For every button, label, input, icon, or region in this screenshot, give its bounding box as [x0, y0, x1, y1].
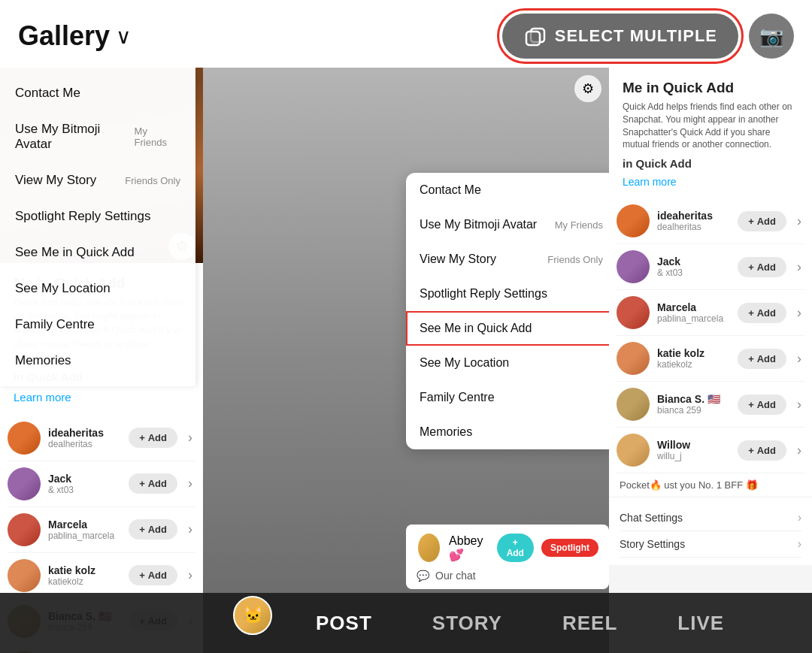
user-name: Jack [657, 255, 730, 268]
abbey-row: Abbey 💕 + Add Spotlight [417, 532, 598, 564]
sidebar-item-spotlight[interactable]: Spotlight Reply Settings [0, 198, 195, 234]
user-handle: & xt03 [48, 485, 121, 495]
avatar [617, 388, 650, 421]
chat-settings-row[interactable]: Chat Settings › [620, 505, 801, 531]
dropdown-item-see-me[interactable]: See Me in Quick Add [406, 311, 609, 346]
select-multiple-label: SELECT MULTIPLE [555, 26, 717, 46]
more-icon[interactable]: › [185, 567, 195, 583]
user-list-right: ideaheritas dealheritas + Add › Jack & x… [609, 198, 812, 473]
user-info: katie kolz katiekolz [48, 564, 121, 587]
more-icon[interactable]: › [794, 213, 804, 229]
user-name: katie kolz [48, 564, 121, 576]
learn-more-button-left[interactable]: Learn more [14, 386, 71, 408]
add-icon: + [139, 432, 145, 443]
add-button[interactable]: + Add [738, 211, 786, 231]
dropdown-item-spotlight[interactable]: Spotlight Reply Settings [406, 277, 609, 311]
dropdown-item-label: Use My Bitmoji Avatar [420, 218, 537, 231]
abbey-label: Abbey 💕 [449, 534, 483, 561]
user-name: Marcela [657, 301, 730, 313]
user-handle: katiekolz [48, 576, 121, 587]
user-name: katie kolz [657, 347, 730, 359]
user-info: ideaheritas dealheritas [657, 210, 730, 232]
learn-more-button-right[interactable]: Learn more [623, 173, 677, 191]
our-chat-label: Our chat [435, 570, 476, 582]
select-multiple-button[interactable]: SELECT MULTIPLE [502, 14, 738, 59]
add-icon: + [748, 353, 754, 364]
add-button[interactable]: + Add [738, 440, 786, 461]
user-name: ideaheritas [657, 210, 730, 222]
user-name: ideaheritas [48, 427, 121, 439]
add-button[interactable]: + Add [129, 519, 177, 540]
abbey-info: Abbey 💕 [449, 534, 489, 562]
dropdown-item-story[interactable]: View My Story Friends Only [406, 242, 609, 277]
add-button[interactable]: + Add [738, 395, 786, 415]
tab-live[interactable]: LIVE [647, 612, 754, 635]
add-button[interactable]: + Add [738, 303, 786, 323]
sidebar-item-memories[interactable]: Memories [0, 343, 195, 379]
user-handle: bianca 259 [657, 405, 730, 416]
add-button[interactable]: + Add [129, 565, 177, 585]
avatar [8, 422, 41, 455]
more-icon[interactable]: › [794, 351, 804, 367]
add-icon: + [748, 262, 754, 273]
more-icon[interactable]: › [185, 521, 195, 537]
dropdown-item-contact[interactable]: Contact Me [406, 173, 609, 207]
sidebar-item-label: See Me in Quick Add [15, 245, 135, 260]
dropdown-item-family[interactable]: Family Centre [406, 380, 609, 415]
add-button[interactable]: + Add [129, 473, 177, 494]
sidebar-item-family[interactable]: Family Centre [0, 307, 195, 343]
abbey-avatar [417, 532, 441, 564]
notification-row: Pocket🔥 ust you No. 1 BFF 🎁 [609, 473, 812, 497]
sidebar-item-bitmoji[interactable]: Use My Bitmoji Avatar My Friends [0, 111, 195, 162]
user-name: Jack [48, 473, 121, 485]
story-settings-row[interactable]: Story Settings › [620, 531, 801, 558]
dropdown-item-label: Contact Me [420, 183, 481, 197]
abbey-bottom-avatar[interactable]: 🐱 [233, 596, 272, 635]
more-icon[interactable]: › [794, 397, 804, 413]
notification-text: Pocket🔥 ust you No. 1 BFF 🎁 [620, 479, 758, 491]
more-icon[interactable]: › [794, 259, 804, 275]
chat-settings-label: Chat Settings [620, 512, 683, 524]
dropdown-item-label: Memories [420, 425, 472, 439]
more-icon[interactable]: › [185, 476, 195, 491]
sidebar-item-contact[interactable]: Contact Me [0, 75, 195, 111]
table-row: katie kolz katiekolz + Add › [8, 553, 195, 599]
quick-add-title-right: Me in Quick Add [623, 80, 798, 96]
camera-button[interactable]: 📷 [749, 14, 794, 59]
sidebar-item-location[interactable]: See My Location [0, 271, 195, 307]
our-chat-row[interactable]: 💬 Our chat [417, 570, 598, 582]
spotlight-button[interactable]: Spotlight [541, 539, 598, 557]
tab-story[interactable]: STORY [402, 612, 532, 635]
tab-story-label: STORY [432, 612, 502, 634]
dropdown-item-location[interactable]: See My Location [406, 346, 609, 380]
sidebar-item-see-me[interactable]: See Me in Quick Add [0, 234, 195, 271]
tab-post[interactable]: POST [286, 612, 402, 635]
chevron-down-icon[interactable]: ∨ [116, 24, 132, 49]
dropdown-item-bitmoji[interactable]: Use My Bitmoji Avatar My Friends [406, 207, 609, 242]
add-abbey-button[interactable]: + Add [497, 534, 534, 562]
settings-icon-center[interactable]: ⚙ [574, 75, 601, 102]
tab-live-label: LIVE [677, 612, 724, 634]
table-row: Marcela pablina_marcela + Add › [8, 507, 195, 553]
user-handle: pablina_marcela [48, 531, 121, 541]
sidebar-left: Contact Me Use My Bitmoji Avatar My Frie… [0, 68, 195, 386]
svg-rect-1 [526, 32, 540, 45]
add-icon: + [748, 307, 754, 319]
user-info: Jack & xt03 [48, 473, 121, 495]
avatar [617, 250, 650, 283]
user-info: Jack & xt03 [657, 255, 730, 278]
sidebar-item-story[interactable]: View My Story Friends Only [0, 162, 195, 198]
add-button[interactable]: + Add [129, 428, 177, 448]
more-icon[interactable]: › [185, 430, 195, 446]
more-icon[interactable]: › [794, 443, 804, 458]
sidebar-item-label: Family Centre [15, 317, 95, 332]
tab-reel[interactable]: REEL [532, 612, 647, 635]
add-icon: + [139, 524, 145, 535]
gallery-title: Gallery ∨ [18, 20, 132, 52]
add-button[interactable]: + Add [738, 349, 786, 369]
avatar [617, 342, 650, 375]
more-icon[interactable]: › [794, 305, 804, 321]
dropdown-item-memories[interactable]: Memories [406, 415, 609, 449]
add-button[interactable]: + Add [738, 257, 786, 277]
user-handle: dealheritas [657, 222, 730, 232]
